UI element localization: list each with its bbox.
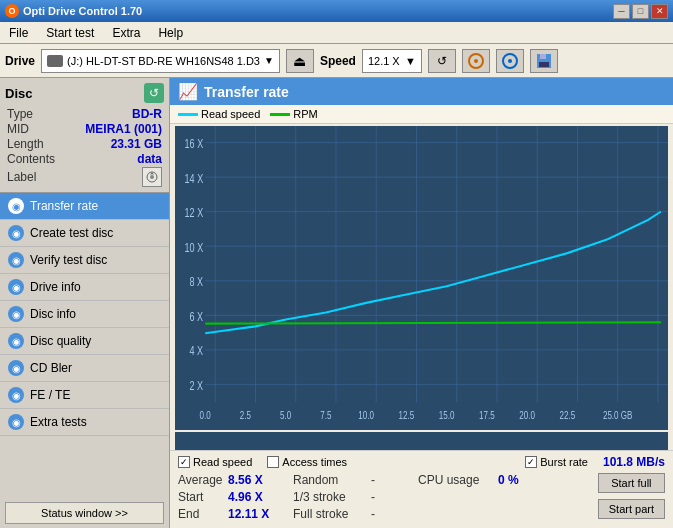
- stat-full-stroke-row: Full stroke -: [293, 507, 413, 521]
- status-window-button[interactable]: Status window >>: [5, 502, 164, 524]
- nav-drive-info[interactable]: ◉ Drive info: [0, 274, 169, 301]
- chart-icon: 📈: [178, 82, 198, 101]
- nav-disc-info[interactable]: ◉ Disc info: [0, 301, 169, 328]
- disc-mid-row: MID MEIRA1 (001): [5, 122, 164, 136]
- svg-rect-6: [539, 62, 549, 67]
- nav-transfer-rate-label: Transfer rate: [30, 199, 98, 213]
- disc-title: Disc: [5, 86, 32, 101]
- refresh-speed-button[interactable]: ↺: [428, 49, 456, 73]
- menu-file[interactable]: File: [5, 25, 32, 41]
- action-buttons: Start full Start part: [598, 473, 665, 524]
- stat-full-stroke-label: Full stroke: [293, 507, 363, 521]
- stats-right: CPU usage 0 %: [418, 473, 538, 524]
- svg-text:10 X: 10 X: [185, 240, 204, 254]
- svg-text:22.5: 22.5: [560, 409, 576, 422]
- nav-items: ◉ Transfer rate ◉ Create test disc ◉ Ver…: [0, 193, 169, 436]
- drive-text: (J:) HL-DT-ST BD-RE WH16NS48 1.D3: [67, 55, 260, 67]
- stat-full-stroke-value: -: [363, 507, 383, 521]
- burst-rate-value: 101.8 MB/s: [603, 455, 665, 469]
- drive-icon: [47, 55, 63, 67]
- title-bar: O Opti Drive Control 1.70 ─ □ ✕: [0, 0, 673, 22]
- chart-area: 📈 Transfer rate Read speed RPM: [170, 78, 673, 528]
- stats-mid: Random - 1/3 stroke - Full stroke -: [293, 473, 413, 524]
- cb-access-times-label: Access times: [282, 456, 347, 468]
- minimize-button[interactable]: ─: [613, 4, 630, 19]
- close-button[interactable]: ✕: [651, 4, 668, 19]
- drive-label: Drive: [5, 54, 35, 68]
- speed-selector[interactable]: 12.1 X ▼: [362, 49, 422, 73]
- cb-read-speed-label: Read speed: [193, 456, 252, 468]
- start-part-button[interactable]: Start part: [598, 499, 665, 519]
- menu-start-test[interactable]: Start test: [42, 25, 98, 41]
- nav-fe-te[interactable]: ◉ FE / TE: [0, 382, 169, 409]
- nav-drive-info-label: Drive info: [30, 280, 81, 294]
- nav-extra-tests[interactable]: ◉ Extra tests: [0, 409, 169, 436]
- legend-rpm: RPM: [270, 108, 317, 120]
- disc-length-row: Length 23.31 GB: [5, 137, 164, 151]
- nav-cd-bler[interactable]: ◉ CD Bler: [0, 355, 169, 382]
- stat-average-value: 8.56 X: [228, 473, 273, 487]
- drive-bar: Drive (J:) HL-DT-ST BD-RE WH16NS48 1.D3 …: [0, 44, 673, 78]
- cb-access-times-box[interactable]: [267, 456, 279, 468]
- disc-label-row: Label: [5, 167, 164, 187]
- extra-tests-icon: ◉: [8, 414, 24, 430]
- maximize-button[interactable]: □: [632, 4, 649, 19]
- stat-average-label: Average: [178, 473, 228, 487]
- legend-read-speed: Read speed: [178, 108, 260, 120]
- disc-button-1[interactable]: [462, 49, 490, 73]
- stat-average-row: Average 8.56 X: [178, 473, 288, 487]
- nav-create-test-disc-label: Create test disc: [30, 226, 113, 240]
- stat-1-3-stroke-value: -: [363, 490, 383, 504]
- disc-label-icon[interactable]: [142, 167, 162, 187]
- disc-button-2[interactable]: [496, 49, 524, 73]
- disc-refresh-button[interactable]: ↺: [144, 83, 164, 103]
- nav-verify-test-disc[interactable]: ◉ Verify test disc: [0, 247, 169, 274]
- svg-text:6 X: 6 X: [190, 309, 204, 323]
- nav-disc-info-label: Disc info: [30, 307, 76, 321]
- disc-contents-row: Contents data: [5, 152, 164, 166]
- save-button[interactable]: [530, 49, 558, 73]
- svg-text:12 X: 12 X: [185, 206, 204, 220]
- app-title: Opti Drive Control 1.70: [23, 5, 142, 17]
- start-full-button[interactable]: Start full: [598, 473, 665, 493]
- eject-button[interactable]: ⏏: [286, 49, 314, 73]
- speed-arrow: ▼: [405, 55, 416, 67]
- speed-label: Speed: [320, 54, 356, 68]
- svg-text:10.0: 10.0: [358, 409, 374, 422]
- stat-random-value: -: [363, 473, 383, 487]
- drive-selector[interactable]: (J:) HL-DT-ST BD-RE WH16NS48 1.D3 ▼: [41, 49, 280, 73]
- legend-read-speed-label: Read speed: [201, 108, 260, 120]
- disc-panel: Disc ↺ Type BD-R MID MEIRA1 (001) Length…: [0, 78, 169, 193]
- stat-start-value: 4.96 X: [228, 490, 273, 504]
- svg-text:17.5: 17.5: [479, 409, 495, 422]
- cb-burst-rate-box[interactable]: [525, 456, 537, 468]
- chart-svg: 16 X 14 X 12 X 10 X 8 X 6 X 4 X 2 X 0.0 …: [175, 126, 668, 430]
- speed-value: 12.1 X: [368, 55, 400, 67]
- transfer-rate-icon: ◉: [8, 198, 24, 214]
- svg-rect-5: [540, 54, 546, 59]
- menu-help[interactable]: Help: [154, 25, 187, 41]
- nav-transfer-rate[interactable]: ◉ Transfer rate: [0, 193, 169, 220]
- nav-fe-te-label: FE / TE: [30, 388, 70, 402]
- stat-end-row: End 12.11 X: [178, 507, 288, 521]
- stat-cpu-row: CPU usage 0 %: [418, 473, 538, 487]
- stat-end-label: End: [178, 507, 228, 521]
- sidebar: Disc ↺ Type BD-R MID MEIRA1 (001) Length…: [0, 78, 170, 528]
- svg-text:12.5: 12.5: [399, 409, 415, 422]
- window-controls: ─ □ ✕: [613, 4, 668, 19]
- disc-mid-value: MEIRA1 (001): [85, 122, 162, 136]
- nav-create-test-disc[interactable]: ◉ Create test disc: [0, 220, 169, 247]
- cb-burst-rate-label: Burst rate: [540, 456, 588, 468]
- disc-type-label: Type: [7, 107, 33, 121]
- legend-cyan-color: [178, 113, 198, 116]
- svg-text:0.0: 0.0: [200, 409, 211, 422]
- stat-1-3-stroke-label: 1/3 stroke: [293, 490, 363, 504]
- disc-contents-label: Contents: [7, 152, 55, 166]
- stats-left: Average 8.56 X Start 4.96 X End 12.11 X: [178, 473, 288, 524]
- main-content: Disc ↺ Type BD-R MID MEIRA1 (001) Length…: [0, 78, 673, 528]
- nav-disc-quality[interactable]: ◉ Disc quality: [0, 328, 169, 355]
- cb-read-speed-box[interactable]: [178, 456, 190, 468]
- menu-extra[interactable]: Extra: [108, 25, 144, 41]
- chart-title: Transfer rate: [204, 84, 289, 100]
- svg-text:15.0: 15.0: [439, 409, 455, 422]
